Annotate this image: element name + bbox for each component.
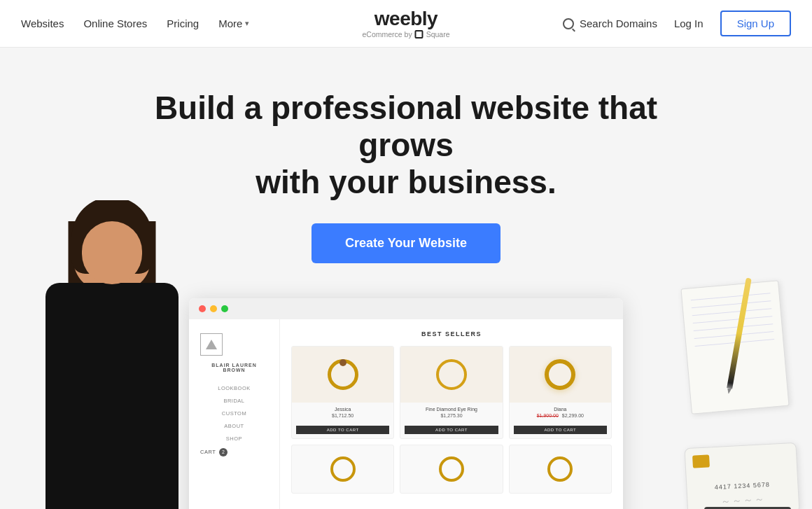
- product-price-diamond: $1,275.30: [405, 413, 498, 418]
- ring-small-icon-2: [439, 456, 464, 482]
- login-link[interactable]: Log In: [674, 18, 704, 29]
- product-info-jessica: Jessica $1,712.50 Add to Cart: [292, 403, 393, 438]
- main-header: Websites Online Stores Pricing More ▾ we…: [0, 0, 812, 48]
- main-nav: Websites Online Stores Pricing More ▾: [21, 18, 249, 29]
- product-img-jessica: [292, 347, 393, 403]
- hero-bottom-area: Blair Lauren Brown Lookbook Bridal Custo…: [14, 298, 798, 509]
- ring-gold-thin-icon: [436, 359, 467, 390]
- headline-line1: Build a professional website that grows: [155, 90, 657, 163]
- card-number: 4417 1234 5678: [694, 480, 790, 491]
- products-grid-row1: Jessica $1,712.50 Add to Cart Fine D: [291, 346, 612, 439]
- signup-button[interactable]: Sign Up: [720, 11, 791, 36]
- hero-section: Build a professional website that grows …: [0, 48, 812, 509]
- products-grid-row2: [291, 445, 612, 494]
- chevron-down-icon: ▾: [245, 19, 249, 28]
- product-card-r2-2: [400, 445, 503, 494]
- cta-button[interactable]: Create Your Website: [312, 223, 500, 263]
- notepad-line-5: [694, 323, 774, 331]
- face: [82, 221, 142, 284]
- logo-sub-text: eCommerce by: [362, 31, 412, 39]
- product-img-diana: [510, 347, 611, 403]
- ring-small-icon-1: [330, 456, 356, 482]
- ring-diamond-icon: [328, 359, 358, 390]
- product-card-r2-1: [291, 445, 394, 494]
- product-name-jessica: Jessica: [296, 407, 389, 412]
- product-price-new-diana: $2,299.00: [562, 413, 584, 418]
- dot-green: [221, 305, 228, 312]
- card-chip-icon: [692, 454, 710, 468]
- logo-text: weebly: [374, 8, 438, 30]
- product-price-diana: $1,900.00 $2,299.00: [514, 413, 607, 418]
- ring-small-icon-3: [547, 456, 573, 482]
- product-info-diana: Diana $1,900.00 $2,299.00 Add to Cart: [510, 403, 611, 438]
- search-domains-link[interactable]: Search Domains: [563, 18, 657, 29]
- logo-square-text: Square: [426, 31, 450, 39]
- search-icon: [563, 18, 574, 29]
- product-price-old-diana: $1,900.00: [537, 413, 559, 418]
- headline-line2: with your business.: [255, 164, 556, 200]
- mockup-titlebar: [189, 298, 623, 319]
- body: [46, 283, 178, 509]
- nav-online-stores[interactable]: Online Stores: [83, 18, 147, 29]
- hero-headline: Build a professional website that grows …: [126, 90, 686, 201]
- right-illustration: 4417 1234 5678 Blair blairlaurenbrown.co…: [644, 277, 798, 509]
- add-to-cart-diana[interactable]: Add to Cart: [514, 426, 607, 434]
- logo[interactable]: weebly eCommerce by Square: [362, 8, 449, 39]
- notepad-line-1: [691, 293, 771, 300]
- ring-gold-icon: [545, 359, 575, 390]
- notepad-line-6: [694, 331, 774, 339]
- product-card-diana: Diana $1,900.00 $2,299.00 Add to Cart: [509, 346, 612, 439]
- ring-stone: [340, 359, 346, 366]
- cart-badge: 2: [219, 448, 227, 456]
- mockup-main-content: Best Sellers Jessica $1,712.50: [280, 319, 623, 509]
- nav-more-label: More: [218, 18, 242, 29]
- product-info-diamond: Fine Diamond Eye Ring $1,275.30 Add to C…: [400, 403, 502, 438]
- best-sellers-label: Best Sellers: [291, 330, 612, 337]
- nav-websites[interactable]: Websites: [21, 18, 64, 29]
- nav-pricing[interactable]: Pricing: [167, 18, 199, 29]
- square-icon: [415, 30, 424, 39]
- product-card-r2-3: [509, 445, 612, 494]
- notepad-line-2: [692, 300, 771, 308]
- product-name-diamond: Fine Diamond Eye Ring: [405, 407, 498, 412]
- product-card-diamond: Fine Diamond Eye Ring $1,275.30 Add to C…: [400, 346, 503, 439]
- notepad-line-4: [693, 316, 773, 323]
- website-mockup: Blair Lauren Brown Lookbook Bridal Custo…: [189, 298, 623, 509]
- credit-card: 4417 1234 5678: [684, 442, 799, 509]
- person-photo: [14, 200, 217, 509]
- product-name-diana: Diana: [514, 407, 607, 412]
- add-to-cart-jessica[interactable]: Add to Cart: [296, 426, 389, 434]
- notepad-line-3: [692, 308, 772, 316]
- header-right-actions: Search Domains Log In Sign Up: [563, 11, 791, 36]
- mockup-body: Blair Lauren Brown Lookbook Bridal Custo…: [189, 319, 623, 509]
- logo-subtitle: eCommerce by Square: [362, 30, 449, 39]
- nav-more[interactable]: More ▾: [218, 18, 249, 29]
- person-body: [28, 200, 196, 509]
- product-price-jessica: $1,712.50: [296, 413, 389, 418]
- product-img-diamond: [400, 347, 502, 403]
- add-to-cart-diamond[interactable]: Add to Cart: [405, 426, 498, 434]
- product-card-jessica: Jessica $1,712.50 Add to Cart: [291, 346, 394, 439]
- search-domains-label: Search Domains: [580, 18, 657, 29]
